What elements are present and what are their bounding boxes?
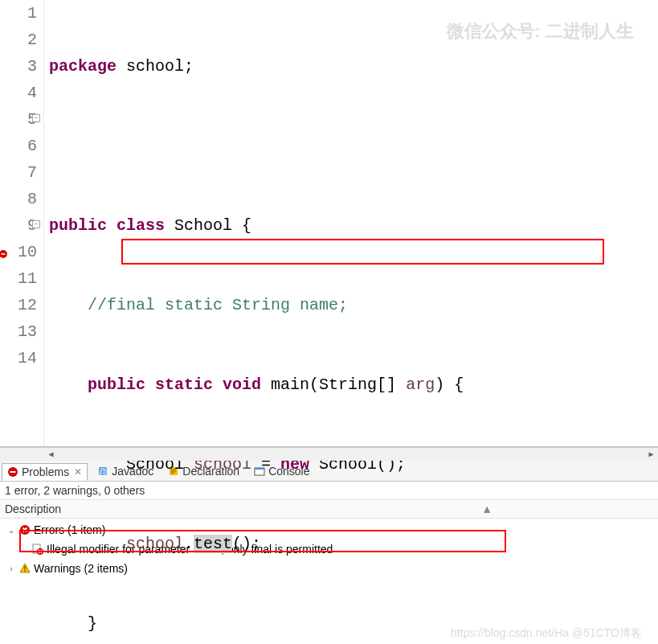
code-editor[interactable]: 1 2 3 4 5− 6 7 8 9− 10 11 12 13 14 packa… — [0, 0, 658, 447]
scroll-right-button[interactable]: ▶ — [644, 448, 658, 460]
watermark-text: https://blog.csdn.net/Ha @51CTO博客 — [451, 626, 642, 641]
error-icon — [19, 524, 31, 535]
tab-problems[interactable]: Problems ✕ — [2, 463, 88, 481]
line-number: 14 — [18, 349, 37, 367]
svg-rect-3 — [10, 471, 16, 473]
fold-toggle[interactable]: − — [32, 114, 40, 122]
error-marker-icon[interactable] — [0, 250, 4, 255]
line-number: 10 — [18, 243, 37, 261]
line-number: 11 — [18, 269, 37, 288]
keyword: class — [116, 216, 165, 235]
fold-toggle[interactable]: − — [32, 220, 40, 228]
code-content[interactable]: package school; public class School { //… — [44, 0, 658, 446]
parameter: arg — [406, 375, 435, 394]
code-text: School { — [165, 216, 251, 235]
brace: } — [88, 614, 97, 633]
scroll-left-button[interactable]: ◀ — [44, 448, 58, 460]
comment: //final static String name; — [88, 296, 348, 314]
code-text: . — [184, 535, 194, 553]
horizontal-scrollbar[interactable]: ◀ ▶ — [0, 447, 658, 461]
line-number: 3 — [27, 57, 37, 76]
line-number: 4 — [27, 84, 37, 102]
keyword: void — [223, 375, 261, 394]
svg-rect-1 — [2, 253, 6, 255]
java-error-icon — [32, 544, 43, 555]
warning-icon — [19, 563, 31, 574]
expand-toggle-icon[interactable]: › — [6, 564, 16, 573]
line-number: 7 — [27, 163, 37, 182]
tab-label: Problems — [22, 466, 69, 478]
problems-icon — [7, 466, 18, 478]
expand-toggle-icon[interactable]: ⌄ — [6, 525, 16, 535]
code-text: ) { — [435, 375, 464, 394]
code-text: main(String[] — [261, 375, 406, 394]
code-text: (); — [232, 535, 261, 553]
keyword: public — [88, 375, 145, 394]
variable: school — [126, 535, 184, 553]
keyword: public — [49, 216, 107, 235]
watermark-text: 微信公众号: 二进制人生 — [447, 19, 634, 43]
svg-rect-12 — [24, 566, 26, 569]
close-tab-icon[interactable]: ✕ — [74, 466, 82, 478]
keyword: package — [49, 57, 116, 76]
method-call: test — [194, 535, 232, 553]
line-number: 12 — [18, 296, 37, 314]
line-number: 1 — [27, 4, 37, 23]
line-number: 8 — [27, 190, 37, 208]
line-number-gutter: 1 2 3 4 5− 6 7 8 9− 10 11 12 13 14 — [0, 0, 44, 446]
line-number: 2 — [27, 31, 37, 49]
line-number: 13 — [18, 322, 37, 341]
line-number: 6 — [27, 137, 37, 155]
keyword: static — [155, 375, 213, 394]
code-text: school; — [116, 57, 194, 76]
svg-rect-13 — [24, 570, 26, 572]
